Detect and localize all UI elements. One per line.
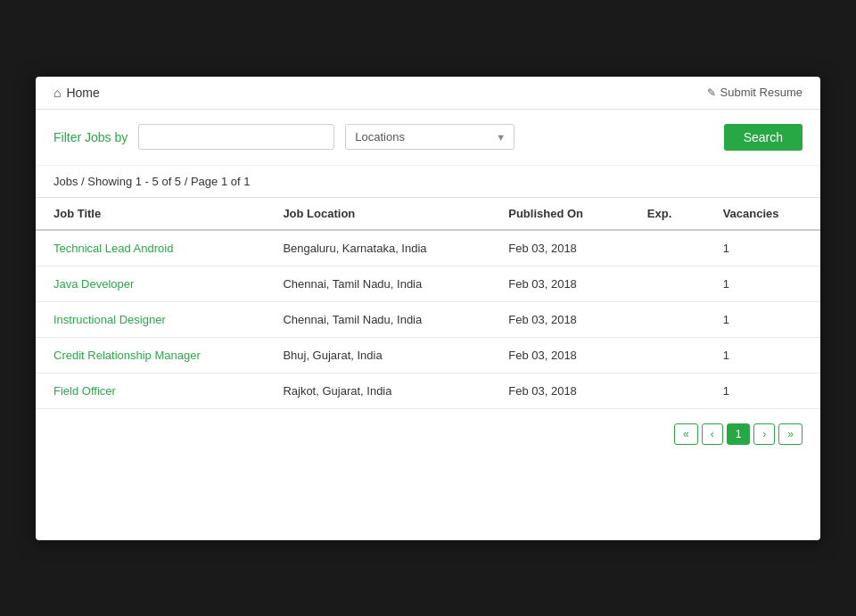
pagination-next[interactable]: › (753, 423, 775, 445)
main-window: ⌂ Home ✎ Submit Resume Filter Jobs by Lo… (36, 77, 820, 540)
pagination-prev[interactable]: ‹ (702, 423, 723, 445)
table-row: Technical Lead AndroidBengaluru, Karnata… (36, 230, 820, 267)
location-select[interactable]: Locations Bengaluru Chennai Bhuj Rajkot (345, 124, 514, 150)
job-vacancies-cell: 1 (705, 301, 820, 337)
table-header-row: Job Title Job Location Published On Exp.… (36, 198, 820, 230)
job-published-cell: Feb 03, 2018 (490, 266, 630, 301)
search-button[interactable]: Search (724, 124, 802, 151)
table-row: Java DeveloperChennai, Tamil Nadu, India… (36, 266, 820, 301)
pagination-current[interactable]: 1 (727, 423, 751, 445)
filter-text-input[interactable] (138, 124, 334, 150)
home-icon: ⌂ (54, 86, 61, 100)
filter-area: Filter Jobs by Locations Bengaluru Chenn… (36, 110, 820, 166)
pagination-last[interactable]: » (778, 423, 802, 445)
job-location-cell: Bengaluru, Karnataka, India (265, 230, 490, 267)
job-title-link[interactable]: Java Developer (54, 277, 134, 291)
edit-icon: ✎ (707, 86, 716, 99)
job-location-cell: Bhuj, Gujarat, India (265, 337, 490, 373)
filter-label: Filter Jobs by (54, 130, 128, 144)
jobs-count: Jobs / Showing 1 - 5 of 5 / Page 1 of 1 (36, 166, 820, 198)
job-vacancies-cell: 1 (705, 230, 820, 267)
job-vacancies-cell: 1 (705, 373, 820, 408)
job-exp-cell (630, 373, 705, 408)
job-title-cell: Java Developer (36, 266, 265, 301)
job-vacancies-cell: 1 (705, 266, 820, 301)
th-job-title: Job Title (36, 198, 265, 230)
header: ⌂ Home ✎ Submit Resume (36, 77, 820, 110)
location-select-wrapper: Locations Bengaluru Chennai Bhuj Rajkot … (345, 124, 514, 150)
job-title-link[interactable]: Field Officer (54, 384, 116, 398)
th-job-location: Job Location (265, 198, 490, 230)
job-exp-cell (630, 337, 705, 373)
home-label: Home (66, 86, 99, 100)
home-nav[interactable]: ⌂ Home (54, 86, 100, 100)
job-vacancies-cell: 1 (705, 337, 820, 373)
job-title-cell: Instructional Designer (36, 301, 265, 337)
job-published-cell: Feb 03, 2018 (490, 301, 630, 337)
job-location-cell: Chennai, Tamil Nadu, India (265, 266, 490, 301)
job-title-cell: Technical Lead Android (36, 230, 265, 267)
th-published-on: Published On (490, 198, 630, 230)
job-exp-cell (630, 301, 705, 337)
job-title-cell: Credit Relationship Manager (36, 337, 265, 373)
job-published-cell: Feb 03, 2018 (490, 230, 630, 267)
job-location-cell: Rajkot, Gujarat, India (265, 373, 490, 408)
submit-resume-label: Submit Resume (720, 86, 802, 99)
pagination-first[interactable]: « (674, 423, 698, 445)
th-vacancies: Vacancies (705, 198, 820, 230)
job-published-cell: Feb 03, 2018 (490, 373, 630, 408)
job-title-link[interactable]: Credit Relationship Manager (54, 349, 201, 362)
job-title-cell: Field Officer (36, 373, 265, 408)
job-exp-cell (630, 266, 705, 301)
job-exp-cell (630, 230, 705, 267)
job-title-link[interactable]: Technical Lead Android (54, 242, 173, 255)
pagination: « ‹ 1 › » (36, 409, 820, 459)
jobs-table: Job Title Job Location Published On Exp.… (36, 198, 820, 409)
table-row: Instructional DesignerChennai, Tamil Nad… (36, 301, 820, 337)
job-title-link[interactable]: Instructional Designer (54, 313, 166, 326)
job-published-cell: Feb 03, 2018 (490, 337, 630, 373)
table-row: Field OfficerRajkot, Gujarat, IndiaFeb 0… (36, 373, 820, 408)
job-location-cell: Chennai, Tamil Nadu, India (265, 301, 490, 337)
th-exp: Exp. (630, 198, 705, 230)
submit-resume-link[interactable]: ✎ Submit Resume (707, 86, 802, 99)
table-row: Credit Relationship ManagerBhuj, Gujarat… (36, 337, 820, 373)
